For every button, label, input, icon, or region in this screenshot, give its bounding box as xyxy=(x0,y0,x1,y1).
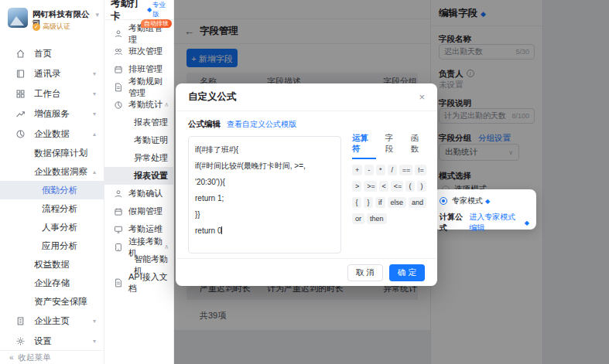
sidebar-item-label: 假勤分析 xyxy=(42,185,77,196)
chevron-down-icon: ▾ xyxy=(93,90,96,97)
collapse-icon: « xyxy=(9,353,14,362)
nav-item-attendance-statistics[interactable]: 考勤统计 ∧ xyxy=(104,96,173,114)
nav-item-api-docs[interactable]: API接入文档 xyxy=(104,274,173,291)
tab-functions[interactable]: 函数 xyxy=(410,133,426,159)
sidebar-item-data-insight[interactable]: 企业数据洞察 ▴ xyxy=(0,162,104,181)
nav-item-attendance-groups[interactable]: 自动排班 考勤组管理 xyxy=(104,25,173,43)
company-switcher[interactable]: 网钉科技有限公司 ▾ ✓ 高级认证 xyxy=(0,0,104,39)
sidebar-item-enterprise-storage[interactable]: 企业存储 xyxy=(0,274,104,292)
chevron-down-icon: ▾ xyxy=(93,70,96,77)
sidebar-item-label: 企业主页 xyxy=(34,315,70,327)
operator-chip[interactable]: then xyxy=(367,213,387,224)
nav-item-connect-attendance-machine[interactable]: 连接考勤机 ∧ xyxy=(104,238,173,256)
operator-chip[interactable]: < xyxy=(379,181,388,192)
operator-chip[interactable]: else xyxy=(388,197,407,208)
sidebar-item-value-services[interactable]: 增值服务 ▾ xyxy=(0,104,104,124)
nav-item-attendance-rules[interactable]: 考勤规则管理 xyxy=(104,78,173,96)
operator-chip[interactable]: ) xyxy=(417,181,426,192)
caret-up-icon: ∧ xyxy=(164,243,169,250)
operator-chip[interactable]: >= xyxy=(364,181,376,192)
tab-fields[interactable]: 字段 xyxy=(385,133,402,159)
operator-chip[interactable]: { xyxy=(352,197,361,208)
cancel-button[interactable]: 取 消 xyxy=(347,264,383,281)
confirm-button[interactable]: 确 定 xyxy=(389,264,425,281)
sidebar-item-data-protection[interactable]: 数据保障计划 xyxy=(0,144,104,162)
nav-item-report-management[interactable]: 报表管理 xyxy=(104,114,173,131)
collapse-menu-button[interactable]: « 收起菜单 xyxy=(0,350,104,364)
sidebar-item-workbench[interactable]: 工作台 ▾ xyxy=(0,83,104,104)
formula-template-link[interactable]: 查看自定义公式模版 xyxy=(227,119,296,130)
sidebar-item-app-analysis[interactable]: 应用分析 xyxy=(0,236,104,255)
nav-item-report-settings[interactable]: 报表设置 xyxy=(104,167,173,185)
formula-line: }} xyxy=(195,206,334,223)
caret-up-icon: ∧ xyxy=(164,101,169,108)
chevron-down-icon: ▾ xyxy=(93,338,96,345)
formula-editor-textarea[interactable]: if(#排了班#){ if(#时间比较#(最晚打卡时间, >=, '20:30'… xyxy=(188,136,341,253)
diamond-icon: ◆ xyxy=(485,198,490,205)
person-icon xyxy=(114,189,123,199)
dialog-header: 自定义公式 × xyxy=(176,83,437,111)
operator-chip[interactable]: or xyxy=(352,213,364,224)
chevron-down-icon: ▾ xyxy=(93,111,96,117)
nav-item-label: 考勤规则管理 xyxy=(128,76,169,99)
operator-chip[interactable]: - xyxy=(364,165,374,175)
mode-option-expert[interactable]: 专家模式 ◆ xyxy=(440,196,529,206)
sidebar-item-home[interactable]: 首页 xyxy=(0,43,104,63)
operator-panel: 运算符 字段 函数 + - * / == != > >= < <= xyxy=(352,133,426,224)
company-logo xyxy=(8,8,28,28)
nav-item-shift-management[interactable]: 班次管理 xyxy=(104,43,173,60)
sidebar-item-asset-security[interactable]: 资产安全保障 xyxy=(0,292,104,311)
sidebar-item-rights-data[interactable]: 权益数据 xyxy=(0,255,104,274)
nav-item-exception-handling[interactable]: 异常处理 xyxy=(104,149,173,167)
medal-icon: ✓ xyxy=(33,23,40,31)
operator-chip[interactable]: / xyxy=(388,165,397,175)
operator-chip[interactable]: ( xyxy=(405,181,415,192)
sidebar-item-attendance-analysis[interactable]: 假勤分析 xyxy=(0,181,104,199)
nav-item-label: 考勤运维 xyxy=(128,223,163,235)
diamond-icon: ◆ xyxy=(525,219,529,226)
main-nav: 首页 通讯录 ▾ 工作台 ▾ 增值服务 ▾ 企业数据 ▴ xyxy=(0,43,104,351)
document-icon xyxy=(114,83,123,92)
sidebar-item-hr-analysis[interactable]: 人事分析 xyxy=(0,218,104,236)
sidebar-item-label: 权益数据 xyxy=(34,259,70,270)
operator-chip[interactable]: and xyxy=(409,197,426,208)
pie-chart-icon xyxy=(15,129,26,139)
tab-operators[interactable]: 运算符 xyxy=(352,133,376,159)
sidebar-item-enterprise-homepage[interactable]: 企业主页 ▾ xyxy=(0,311,104,331)
dialog-body: 公式编辑 查看自定义公式模版 if(#排了班#){ if(#时间比较#(最晚打卡… xyxy=(176,111,437,130)
operator-chip[interactable]: > xyxy=(352,181,361,192)
close-icon[interactable]: × xyxy=(419,91,425,103)
operator-chip[interactable]: <= xyxy=(391,181,403,192)
workbench-icon xyxy=(15,89,26,99)
sidebar-item-label: 通讯录 xyxy=(34,68,61,80)
operator-chip[interactable]: } xyxy=(364,197,373,208)
nav-item-label: 连接考勤机 xyxy=(128,236,164,259)
formula-line: if(#排了班#){ xyxy=(195,141,334,158)
sidebar-item-process-analysis[interactable]: 流程分析 xyxy=(0,199,104,218)
sidebar-item-settings[interactable]: 设置 ▾ xyxy=(0,331,104,351)
sidebar-item-enterprise-data[interactable]: 企业数据 ▴ xyxy=(0,124,104,144)
operator-chip[interactable]: if xyxy=(375,197,385,208)
operator-chip[interactable]: * xyxy=(376,165,385,175)
sidebar-item-label: 流程分析 xyxy=(42,203,77,215)
pro-badge-label: 专业版 xyxy=(152,1,169,19)
sidebar-item-label: 企业存储 xyxy=(34,277,70,289)
operator-chip[interactable]: == xyxy=(399,165,412,175)
calendar-icon xyxy=(114,65,123,74)
radio-checked-icon[interactable] xyxy=(440,197,447,205)
nav-item-holiday-management[interactable]: 假期管理 xyxy=(104,202,173,220)
chevron-down-icon: ▾ xyxy=(95,11,99,19)
nav-item-attendance-proof[interactable]: 考勤证明 xyxy=(104,131,173,149)
nav-item-attendance-confirmation[interactable]: 考勤确认 xyxy=(104,185,173,202)
building-icon xyxy=(15,316,26,326)
operator-chip[interactable]: != xyxy=(415,165,426,175)
operator-chip[interactable]: + xyxy=(352,165,362,175)
sidebar-item-contacts[interactable]: 通讯录 ▾ xyxy=(0,63,104,83)
sidebar-item-label: 资产安全保障 xyxy=(34,296,87,308)
verify-badge-label: 高级认证 xyxy=(43,22,70,32)
sidebar-item-label: 设置 xyxy=(34,335,52,347)
formula-editor-label: 公式编辑 xyxy=(188,119,221,130)
enter-expert-mode-link[interactable]: 进入专家模式编辑 xyxy=(469,212,522,233)
sidebar-item-label: 首页 xyxy=(34,48,52,60)
home-icon xyxy=(15,49,26,59)
